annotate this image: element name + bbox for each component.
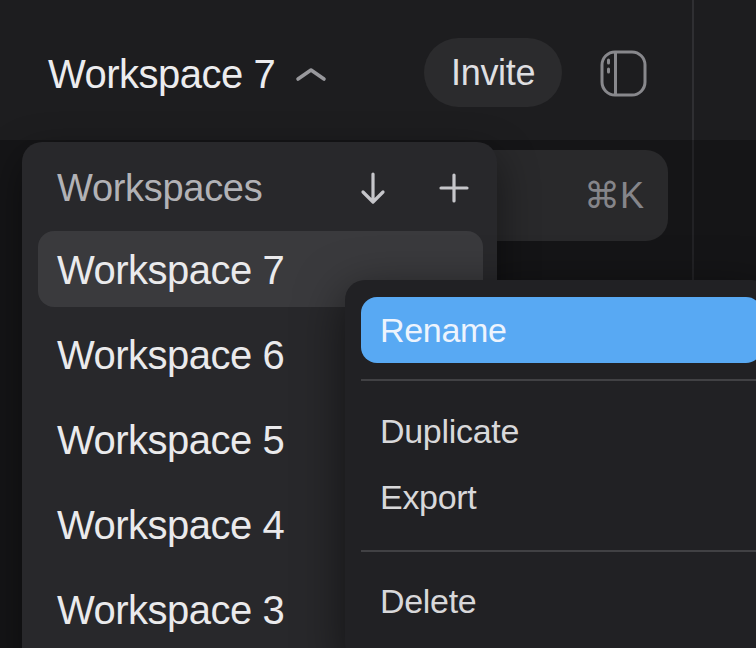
- sidebar-toggle-button[interactable]: [600, 50, 647, 97]
- workspace-context-menu: Rename Duplicate Export Delete: [345, 280, 756, 648]
- workspaces-dropdown-header: Workspaces: [22, 142, 497, 228]
- sort-workspaces-button[interactable]: [358, 170, 388, 206]
- menu-divider: [361, 379, 756, 381]
- menu-item-label: Delete: [380, 582, 476, 621]
- invite-button[interactable]: Invite: [424, 38, 562, 107]
- workspace-title: Workspace 7: [48, 52, 275, 97]
- menu-item-label: Rename: [380, 311, 507, 350]
- sidebar-toggle-icon: [600, 50, 647, 97]
- workspace-item-label: Workspace 6: [57, 333, 284, 378]
- arrow-down-icon: [358, 170, 388, 206]
- workspace-item-label: Workspace 5: [57, 418, 284, 463]
- menu-item-duplicate[interactable]: Duplicate: [345, 398, 756, 464]
- add-workspace-button[interactable]: [438, 172, 470, 204]
- workspace-switcher[interactable]: Workspace 7: [48, 46, 327, 102]
- menu-item-label: Export: [380, 478, 476, 517]
- plus-icon: [438, 172, 470, 204]
- command-k-shortcut: ⌘K: [584, 175, 644, 217]
- menu-divider: [361, 550, 756, 552]
- workspaces-dropdown-title: Workspaces: [57, 167, 358, 210]
- menu-item-delete[interactable]: Delete: [345, 568, 756, 634]
- workspace-item-label: Workspace 7: [57, 248, 284, 293]
- invite-button-label: Invite: [451, 52, 535, 94]
- menu-item-label: Duplicate: [380, 412, 519, 451]
- workspace-item-label: Workspace 4: [57, 503, 284, 548]
- workspace-item-label: Workspace 3: [57, 588, 284, 633]
- chevron-up-icon: [295, 66, 327, 83]
- menu-item-export[interactable]: Export: [345, 464, 756, 530]
- menu-item-rename[interactable]: Rename: [361, 297, 756, 363]
